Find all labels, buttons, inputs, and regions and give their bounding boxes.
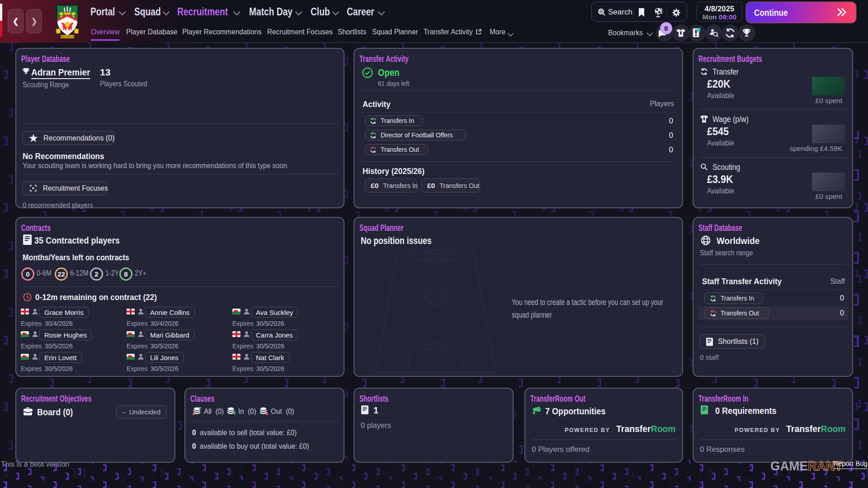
- svg-text:WREXHAM AFC: WREXHAM AFC: [60, 36, 75, 38]
